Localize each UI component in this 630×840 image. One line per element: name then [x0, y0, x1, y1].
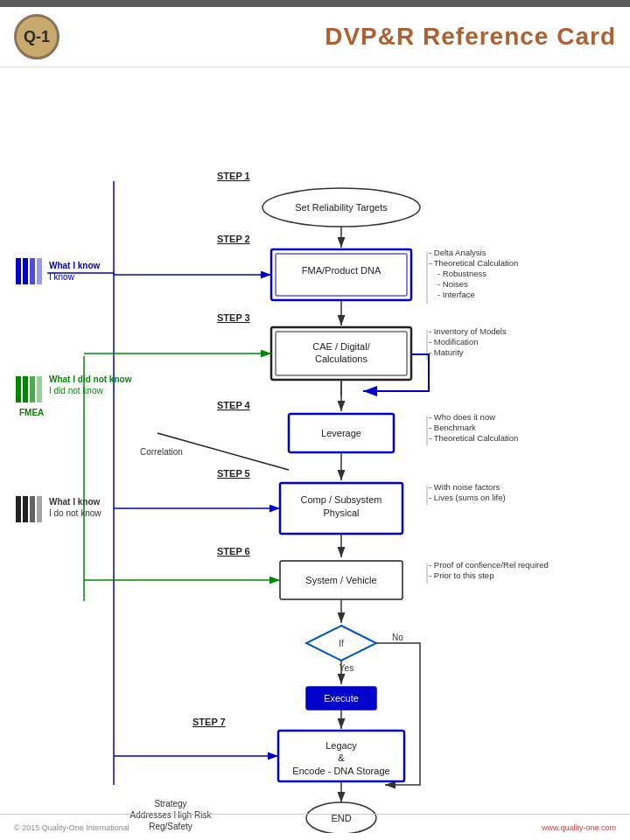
page-title: DVP&R Reference Card: [60, 23, 616, 51]
step4-note1: - Who does it now: [429, 412, 495, 422]
step3-note2: - Modification: [429, 337, 479, 346]
step6-note2: - Prior to this step: [429, 570, 494, 580]
footer: © 2015 Quality-One International www.qua…: [0, 814, 630, 840]
sidebar-text2b: I did not know: [49, 386, 103, 396]
step4-label: STEP 4: [217, 400, 251, 410]
sidebar-bar3b: [23, 496, 28, 522]
sidebar-bar3d: [37, 496, 42, 522]
step4-text: Leverage: [321, 428, 361, 438]
step2-note3: - Robustness: [438, 269, 486, 278]
step1-text: Set Reliability Targets: [295, 202, 388, 213]
step4-note3: - Theoretical Calculation: [429, 433, 518, 443]
sidebar-bar2d: [37, 376, 42, 402]
flowchart-diagram: STEP 1 Set Reliability Targets STEP 2 FM…: [0, 67, 630, 833]
step2-note4: - Noises: [438, 279, 468, 289]
sidebar-text3a: What I know: [49, 497, 101, 507]
step2-note5: - Interface: [438, 290, 475, 299]
step3-note3: - Maturity: [429, 347, 464, 357]
sidebar-text1a: What I know: [49, 261, 101, 270]
sidebar-text3b: I do not know: [49, 508, 102, 518]
strategy-text1: Strategy: [154, 799, 186, 808]
step6-label: STEP 6: [217, 546, 250, 556]
step2-label: STEP 2: [217, 234, 250, 244]
sidebar-bar2a: [16, 376, 21, 402]
step5-text1: Comp / Subsystem: [301, 494, 382, 505]
diamond-label: If: [339, 639, 344, 648]
step7-text2: &: [338, 752, 345, 763]
header: Q-1 DVP&R Reference Card: [0, 7, 630, 67]
step2-note1: - Delta Analysis: [429, 248, 486, 257]
step5-note2: - Lives (sums on life): [429, 493, 506, 502]
header-bar: [0, 0, 630, 7]
sidebar-bar1d: [37, 258, 42, 284]
sidebar-bar3a: [16, 496, 21, 522]
step7-label: STEP 7: [192, 717, 226, 727]
sidebar-bar2c: [30, 376, 35, 402]
logo: Q-1: [14, 14, 60, 60]
no-label: No: [392, 633, 403, 642]
step5-label: STEP 5: [217, 468, 250, 479]
sidebar-bar2b: [23, 376, 28, 402]
sidebar-bar1a: [16, 258, 21, 284]
sidebar-text2a: What I did not know: [49, 374, 132, 384]
step7-text3: Encode - DNA Storage: [292, 766, 389, 776]
main-content: STEP 1 Set Reliability Targets STEP 2 FM…: [0, 67, 630, 833]
step6-text: System / Vehicle: [305, 575, 376, 585]
step4-note2: - Benchmark: [429, 423, 476, 432]
sidebar-bar3c: [30, 496, 35, 522]
step3-note1: - Inventory of Models: [429, 326, 507, 336]
footer-website: www.quality-one.com: [542, 823, 616, 832]
step3-text2: Calculations: [315, 354, 368, 364]
step3-text1: CAE / Digital/: [312, 341, 370, 352]
fmea-label: FMEA: [19, 408, 44, 417]
step2-text1: FMA/Product DNA: [302, 265, 382, 276]
step5-note1: - With noise factors: [429, 482, 500, 492]
step5-text2: Physical: [324, 508, 360, 518]
step6-note1: - Proof of confience/Rel required: [429, 560, 549, 570]
step2-note2: - Theoretical Calculation: [429, 258, 518, 268]
sidebar-bar1c: [30, 258, 35, 284]
step7-text1: Legacy: [326, 740, 357, 751]
step3-label: STEP 3: [217, 312, 250, 323]
correlation-text: Correlation: [140, 447, 183, 457]
sidebar-bar1b: [23, 258, 28, 284]
footer-copyright: © 2015 Quality-One International: [14, 823, 130, 832]
step1-label: STEP 1: [217, 171, 250, 181]
execute-text: Execute: [324, 693, 359, 704]
